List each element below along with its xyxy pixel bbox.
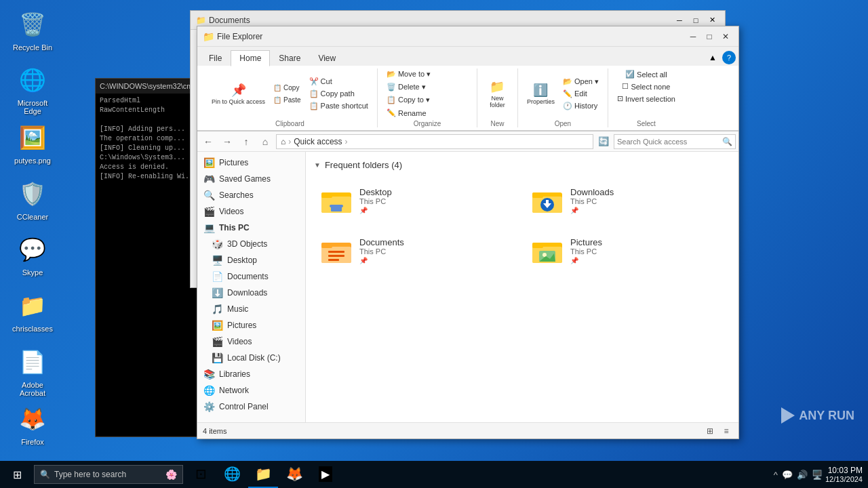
folder-item-documents[interactable]: Documents This PC 📌 [314, 228, 519, 273]
fe-titlebar: 📁 File Explorer ─ □ ✕ [197, 26, 738, 47]
invert-selection-btn[interactable]: ⊡ Invert selection [614, 93, 679, 104]
desktop-icon-skype[interactable]: 💬 Skype [5, 230, 60, 279]
taskbar-items: ⊡ 🌐 📁 🦊 ▶ [186, 461, 340, 488]
desktop-icon-ccleaner[interactable]: 🛡️ CCleaner [5, 175, 60, 224]
pin-quick-access-btn[interactable]: 📌 Pin to Quick access [208, 81, 269, 107]
sidebar-item-videos2[interactable]: 🎬 Videos [197, 333, 305, 350]
delete-btn[interactable]: 🗑️ Delete ▾ [383, 81, 429, 93]
sidebar-item-videos[interactable]: 🎬 Videos [197, 203, 305, 220]
new-folder-btn[interactable]: 📁 Newfolder [485, 77, 509, 110]
sidebar-item-libraries[interactable]: 📚 Libraries [197, 366, 305, 382]
sidebar-item-pictures2[interactable]: 🖼️ Pictures [197, 317, 305, 333]
sidebar-item-searches-label: Searches [219, 190, 254, 200]
taskbar-item-firefox[interactable]: 🦊 [279, 461, 309, 488]
sidebar-item-desktop-label: Desktop [227, 256, 257, 265]
pin-icon: 📌 [231, 83, 246, 98]
copy-btn[interactable]: 📋 Copy [270, 82, 304, 94]
properties-btn[interactable]: ℹ️ Properties [524, 81, 558, 107]
move-to-icon: 📂 [387, 70, 396, 79]
sidebar-item-network[interactable]: 🌐 Network [197, 382, 305, 399]
fe-breadcrumb[interactable]: ⌂ › Quick access › [276, 134, 593, 149]
sidebar-item-control-panel[interactable]: ⚙️ Control Panel [197, 399, 305, 415]
fe-maximize-btn[interactable]: □ [702, 29, 717, 44]
nav-up-btn[interactable]: ↑ [238, 134, 254, 150]
edit-btn[interactable]: ✏️ Edit [559, 88, 602, 100]
taskbar-item-terminal[interactable]: ▶ [311, 461, 340, 488]
sidebar-item-saved-games[interactable]: 🎮 Saved Games [197, 171, 305, 187]
sidebar-item-documents[interactable]: 📄 Documents [197, 268, 305, 285]
copy-to-label: Copy to ▾ [398, 96, 430, 104]
select-all-btn[interactable]: ☑️ Select all [622, 68, 671, 80]
tab-view[interactable]: View [309, 50, 344, 66]
paste-btn-label: Paste [283, 96, 301, 104]
view-list-btn[interactable]: ≡ [719, 424, 733, 438]
taskbar-item-task-view[interactable]: ⊡ [186, 461, 216, 488]
folder-item-desktop[interactable]: Desktop This PC 📌 [314, 178, 519, 223]
fe-search-input[interactable] [617, 138, 722, 146]
paste-shortcut-icon: 📋 [309, 102, 319, 110]
fe-back-minimize[interactable]: ─ [672, 14, 687, 27]
taskbar-clock[interactable]: 10:03 PM 12/13/2024 [825, 466, 863, 483]
rename-btn[interactable]: ✏️ Rename [383, 107, 430, 119]
folder-item-downloads[interactable]: Downloads This PC 📌 [525, 178, 730, 223]
open-buttons: ℹ️ Properties 📂 Open ▾ ✏️ Edit [524, 68, 602, 119]
nav-back-btn[interactable]: ← [200, 134, 216, 150]
fe-refresh-btn[interactable]: 🔄 [596, 134, 611, 149]
desktop-icon-edge[interactable]: 🌐 Microsoft Edge [5, 61, 60, 118]
folder-item-pictures[interactable]: Pictures This PC 📌 [525, 228, 730, 273]
sidebar-item-searches[interactable]: 🔍 Searches [197, 187, 305, 203]
desktop-icon-adobe[interactable]: 📄 Adobe Acrobat [5, 343, 60, 400]
breadcrumb-arrow: › [288, 137, 291, 146]
view-tiles-btn[interactable]: ⊞ [703, 424, 717, 438]
tray-display-icon[interactable]: 🖥️ [812, 470, 823, 480]
fe-back-close[interactable]: ✕ [705, 14, 719, 27]
desktop-icon-putyes[interactable]: 🖼️ putyes.png [5, 119, 60, 167]
fe-back-maximize[interactable]: □ [688, 14, 703, 27]
sidebar-item-desktop[interactable]: 🖥️ Desktop [197, 252, 305, 268]
sidebar-item-downloads[interactable]: ⬇️ Downloads [197, 285, 305, 301]
fe-close-btn[interactable]: ✕ [718, 29, 733, 44]
tray-volume-icon[interactable]: 🔊 [797, 470, 808, 480]
taskbar-firefox-icon: 🦊 [286, 466, 303, 482]
saved-games-icon: 🎮 [203, 174, 215, 184]
sidebar-item-libraries-label: Libraries [219, 369, 250, 379]
copy-path-btn[interactable]: 📋 Copy path [306, 88, 372, 100]
tab-home[interactable]: Home [231, 50, 270, 66]
taskbar-start-btn[interactable]: ⊞ [0, 461, 34, 488]
ribbon-help-btn[interactable]: ? [722, 51, 736, 64]
paste-shortcut-btn[interactable]: 📋 Paste shortcut [306, 100, 372, 112]
tray-chevron-icon[interactable]: ^ [774, 470, 778, 480]
sidebar-item-local-disk[interactable]: 💾 Local Disk (C:) [197, 350, 305, 366]
taskbar-search[interactable]: 🔍 Type here to search 🌸 [34, 465, 183, 484]
fe-minimize-btn[interactable]: ─ [686, 29, 701, 44]
ribbon-collapse-btn[interactable]: ▲ [706, 51, 719, 64]
desktop-icon-chrisclasses[interactable]: 📁 chrisclasses [5, 287, 60, 336]
desktop-folder-svg [320, 184, 353, 217]
fe-search-box[interactable]: 🔍 [614, 134, 736, 149]
properties-icon: ℹ️ [533, 83, 548, 98]
tab-file[interactable]: File [200, 50, 231, 66]
sidebar-item-music[interactable]: 🎵 Music [197, 301, 305, 317]
nav-forward-btn[interactable]: → [219, 134, 235, 150]
pictures-folder-sub: This PC [570, 247, 602, 256]
taskbar-item-file-explorer[interactable]: 📁 [248, 461, 278, 488]
nav-home-btn[interactable]: ⌂ [257, 134, 273, 150]
desktop-icon-recycle-bin[interactable]: 🗑️ Recycle Bin [5, 5, 60, 54]
paste-shortcut-label: Paste shortcut [321, 102, 368, 110]
desktop-icon-firefox[interactable]: 🦊 Firefox [5, 400, 60, 449]
tab-share[interactable]: Share [270, 50, 309, 66]
sidebar-item-3d-objects[interactable]: 🎲 3D Objects [197, 236, 305, 252]
move-to-btn[interactable]: 📂 Move to ▾ [383, 68, 434, 80]
videos-icon: 🎬 [203, 206, 215, 217]
taskbar-item-edge[interactable]: 🌐 [217, 461, 247, 488]
taskbar-edge-icon: 🌐 [224, 466, 241, 482]
history-btn[interactable]: 🕐 History [559, 100, 602, 112]
sidebar-item-pictures[interactable]: 🖼️ Pictures [197, 155, 305, 171]
open-btn[interactable]: 📂 Open ▾ [559, 76, 602, 87]
sidebar-item-this-pc[interactable]: 💻 This PC [197, 220, 305, 236]
paste-btn[interactable]: 📋 Paste [270, 94, 304, 106]
cut-btn[interactable]: ✂️ Cut [306, 76, 372, 87]
select-none-btn[interactable]: ☐ Select none [618, 81, 673, 92]
fe-ribbon: File Home Share View ▲ ? 📌 [197, 47, 738, 131]
copy-to-btn[interactable]: 📋 Copy to ▾ [383, 94, 433, 106]
